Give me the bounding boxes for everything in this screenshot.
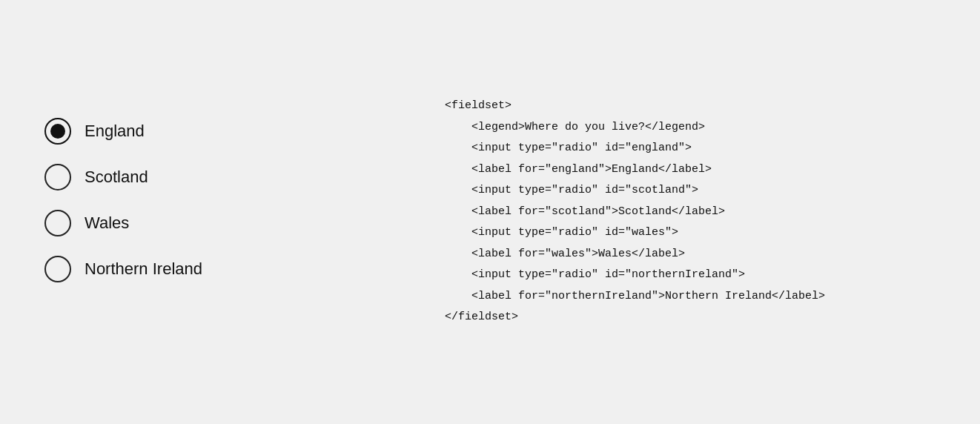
radio-item-wales[interactable]: Wales bbox=[44, 204, 267, 242]
radio-scotland[interactable] bbox=[44, 164, 71, 191]
page-container: England Scotland Wales Northern Ireland … bbox=[44, 96, 936, 328]
radio-england[interactable] bbox=[44, 118, 71, 145]
code-block: <fieldset> <legend>Where do you live?</l… bbox=[445, 96, 936, 328]
label-scotland[interactable]: Scotland bbox=[85, 168, 148, 187]
label-england[interactable]: England bbox=[85, 122, 145, 141]
radio-item-scotland[interactable]: Scotland bbox=[44, 158, 267, 196]
form-section: England Scotland Wales Northern Ireland bbox=[44, 96, 267, 288]
label-wales[interactable]: Wales bbox=[85, 213, 129, 233]
radio-group: England Scotland Wales Northern Ireland bbox=[44, 112, 267, 288]
radio-item-northern-ireland[interactable]: Northern Ireland bbox=[44, 250, 267, 288]
code-section: <fieldset> <legend>Where do you live?</l… bbox=[445, 96, 936, 328]
radio-northern-ireland[interactable] bbox=[44, 256, 71, 282]
radio-item-england[interactable]: England bbox=[44, 112, 267, 150]
label-northern-ireland[interactable]: Northern Ireland bbox=[85, 259, 202, 279]
radio-wales[interactable] bbox=[44, 210, 71, 236]
